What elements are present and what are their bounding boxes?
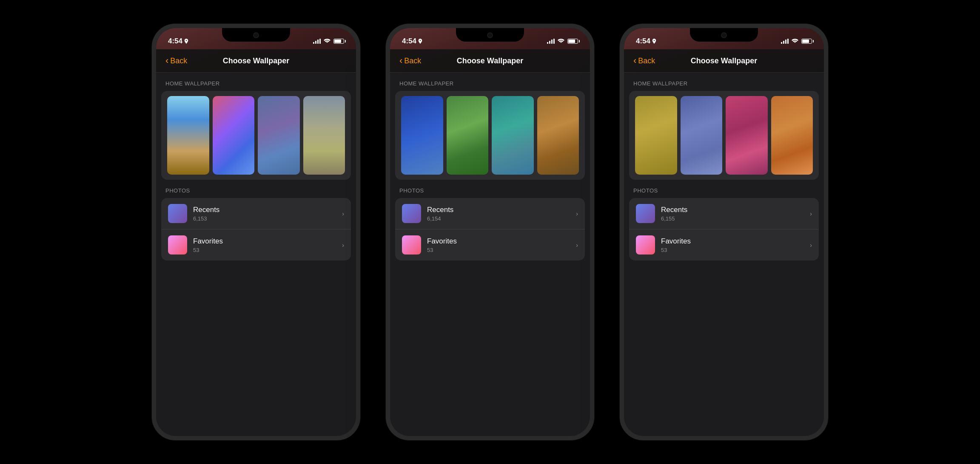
nav-bar-1: ‹ Back Choose Wallpaper: [156, 49, 356, 73]
recents-name-1: Recents: [193, 206, 342, 214]
recents-thumb-3: [636, 204, 655, 223]
recents-chevron-1: ›: [342, 210, 344, 217]
photos-list-2: Recents 6,154 › Favorites 53 ›: [395, 198, 585, 260]
phone-2: 4:54: [386, 24, 594, 440]
wallpaper-thumb-2-3[interactable]: [492, 96, 534, 175]
recents-info-1: Recents 6,153: [193, 206, 342, 222]
favorites-info-3: Favorites 53: [661, 237, 810, 253]
wifi-icon-3: [792, 39, 798, 44]
phone-frame-2: 4:54: [386, 24, 594, 440]
back-button-1[interactable]: ‹ Back: [165, 57, 187, 65]
recents-info-3: Recents 6,155: [661, 206, 810, 222]
wallpaper-grid-3: [629, 91, 819, 180]
favorites-thumb-3: [636, 235, 655, 255]
favorites-thumb-2: [402, 235, 421, 255]
battery-icon-1: [333, 39, 344, 44]
favorites-info-1: Favorites 53: [193, 237, 342, 253]
phone-1: 4:54: [152, 24, 360, 440]
status-icons-3: [781, 39, 812, 44]
content-3: HOME WALLPAPER PHOTOS Recents 6,155: [624, 73, 824, 436]
wallpaper-thumb-3-4[interactable]: [771, 96, 813, 175]
location-icon-3: [652, 39, 656, 44]
photos-section-label-3: PHOTOS: [624, 180, 824, 198]
recents-item-2[interactable]: Recents 6,154 ›: [395, 198, 585, 229]
back-label-1: Back: [170, 57, 187, 65]
favorites-count-3: 53: [661, 247, 810, 253]
chevron-left-icon-1: ‹: [165, 56, 168, 65]
favorites-chevron-2: ›: [576, 242, 578, 249]
wallpaper-section-label-2: HOME WALLPAPER: [390, 73, 590, 91]
recents-thumb-2: [402, 204, 421, 223]
favorites-item-1[interactable]: Favorites 53 ›: [161, 229, 351, 260]
back-label-3: Back: [638, 57, 655, 65]
phone-screen-3: 4:54: [624, 28, 824, 436]
wallpaper-thumb-1-4[interactable]: [303, 96, 345, 175]
back-button-2[interactable]: ‹ Back: [399, 57, 421, 65]
phone-3: 4:54: [620, 24, 828, 440]
phone-frame-1: 4:54: [152, 24, 360, 440]
back-label-2: Back: [404, 57, 421, 65]
content-2: HOME WALLPAPER PHOTOS Recents 6,154: [390, 73, 590, 436]
status-time-2: 4:54: [402, 37, 422, 45]
wifi-icon-2: [558, 39, 564, 44]
favorites-name-1: Favorites: [193, 237, 342, 246]
photos-section-label-1: PHOTOS: [156, 180, 356, 198]
recents-count-2: 6,154: [427, 215, 576, 222]
photos-list-3: Recents 6,155 › Favorites 53 ›: [629, 198, 819, 260]
notch-2: [456, 28, 524, 42]
recents-info-2: Recents 6,154: [427, 206, 576, 222]
wallpaper-thumb-3-1[interactable]: [635, 96, 677, 175]
photos-list-1: Recents 6,153 › Favorites 53 ›: [161, 198, 351, 260]
chevron-left-icon-3: ‹: [633, 56, 636, 65]
content-1: HOME WALLPAPER PHOTOS Recents 6,153: [156, 73, 356, 436]
status-icons-1: [313, 39, 344, 44]
wallpaper-thumb-2-2[interactable]: [447, 96, 489, 175]
recents-name-2: Recents: [427, 206, 576, 214]
signal-1: [313, 39, 321, 44]
wallpaper-thumb-2-1[interactable]: [401, 96, 443, 175]
signal-2: [547, 39, 555, 44]
wallpaper-grid-2: [395, 91, 585, 180]
favorites-thumb-1: [168, 235, 187, 255]
recents-thumb-1: [168, 204, 187, 223]
recents-item-1[interactable]: Recents 6,153 ›: [161, 198, 351, 229]
favorites-chevron-1: ›: [342, 242, 344, 249]
recents-chevron-3: ›: [810, 210, 812, 217]
notch-3: [690, 28, 758, 42]
chevron-left-icon-2: ‹: [399, 56, 402, 65]
phone-frame-3: 4:54: [620, 24, 828, 440]
wallpaper-thumb-3-3[interactable]: [726, 96, 768, 175]
photos-section-label-2: PHOTOS: [390, 180, 590, 198]
favorites-info-2: Favorites 53: [427, 237, 576, 253]
wallpaper-thumb-1-1[interactable]: [167, 96, 209, 175]
favorites-item-3[interactable]: Favorites 53 ›: [629, 229, 819, 260]
location-icon-1: [184, 39, 188, 44]
phone-screen-1: 4:54: [156, 28, 356, 436]
wallpaper-thumb-3-2[interactable]: [681, 96, 723, 175]
wallpaper-thumb-1-3[interactable]: [258, 96, 300, 175]
wallpaper-section-label-1: HOME WALLPAPER: [156, 73, 356, 91]
recents-count-3: 6,155: [661, 215, 810, 222]
favorites-count-1: 53: [193, 247, 342, 253]
back-button-3[interactable]: ‹ Back: [633, 57, 655, 65]
wallpaper-section-label-3: HOME WALLPAPER: [624, 73, 824, 91]
wallpaper-thumb-1-2[interactable]: [213, 96, 255, 175]
favorites-name-3: Favorites: [661, 237, 810, 246]
location-icon-2: [418, 39, 422, 44]
battery-icon-3: [801, 39, 812, 44]
wallpaper-grid-1: [161, 91, 351, 180]
nav-bar-2: ‹ Back Choose Wallpaper: [390, 49, 590, 73]
battery-icon-2: [567, 39, 578, 44]
camera-2: [487, 32, 493, 38]
wifi-icon-1: [324, 39, 330, 44]
camera-1: [253, 32, 259, 38]
wallpaper-thumb-2-4[interactable]: [537, 96, 579, 175]
status-time-1: 4:54: [168, 37, 188, 45]
recents-name-3: Recents: [661, 206, 810, 214]
favorites-item-2[interactable]: Favorites 53 ›: [395, 229, 585, 260]
nav-title-1: Choose Wallpaper: [223, 57, 289, 65]
favorites-name-2: Favorites: [427, 237, 576, 246]
recents-item-3[interactable]: Recents 6,155 ›: [629, 198, 819, 229]
recents-chevron-2: ›: [576, 210, 578, 217]
notch-1: [222, 28, 290, 42]
